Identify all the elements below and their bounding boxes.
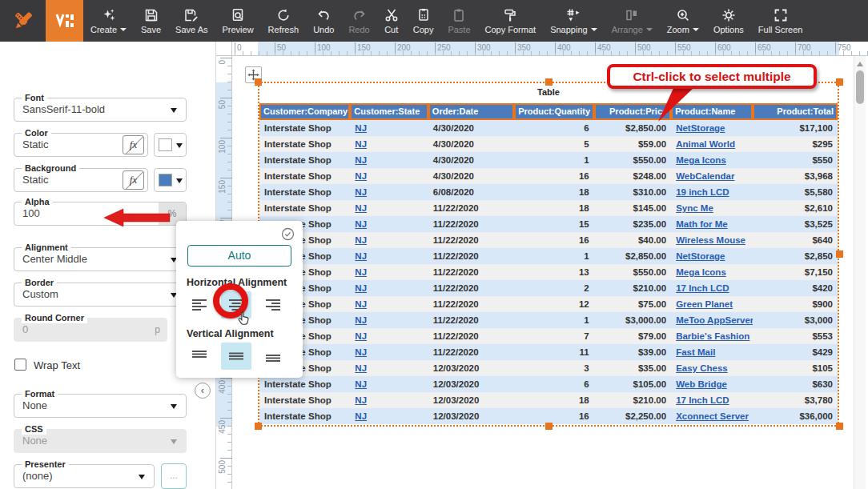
table-header-cell[interactable]: Customer:State (350, 103, 428, 120)
state-link[interactable]: NJ (355, 235, 367, 245)
align-middle-button[interactable] (221, 343, 251, 370)
table-row[interactable]: Interstate ShopNJ12/03/20203$35.00Easy C… (259, 360, 838, 376)
resize-handle-e[interactable] (836, 251, 843, 258)
state-link[interactable]: NJ (355, 267, 367, 277)
table-header-cell[interactable]: Product:Price (594, 103, 671, 120)
table-header-cell[interactable]: Customer:Company (259, 103, 350, 120)
state-link[interactable]: NJ (355, 283, 367, 293)
product-link[interactable]: 19 inch LCD (676, 187, 729, 197)
table-row[interactable]: Interstate ShopNJ6/08/202018$310.0019 in… (259, 184, 838, 200)
copy-button[interactable]: Copy (406, 0, 441, 42)
align-bottom-button[interactable] (258, 343, 288, 370)
scrollbar-thumb[interactable] (856, 70, 864, 104)
table-row[interactable]: Interstate ShopNJ11/22/202015$235.00Math… (259, 216, 838, 232)
table-row[interactable]: Interstate ShopNJ11/22/202012$75.00Green… (259, 296, 838, 312)
table-row[interactable]: Interstate ShopNJ11/22/202018$145.00Sync… (259, 200, 838, 216)
table-row[interactable]: Interstate ShopNJ11/22/20201$3,000.00MeT… (259, 312, 838, 328)
resize-handle-s[interactable] (545, 423, 553, 430)
expression-fx-icon[interactable]: fx (123, 170, 144, 190)
vertical-scrollbar[interactable] (854, 56, 866, 489)
table-row[interactable]: Interstate ShopNJ11/22/202013$550.00Mega… (259, 264, 838, 280)
collapse-panel-button[interactable]: ‹ (195, 383, 211, 399)
state-link[interactable]: NJ (355, 395, 367, 405)
scroll-up-arrow-icon[interactable] (857, 62, 863, 66)
state-link[interactable]: NJ (355, 331, 367, 341)
table-row[interactable]: Interstate ShopNJ11/22/202016$40.00Wirel… (259, 232, 838, 248)
create-button[interactable]: Create (83, 0, 134, 42)
state-link[interactable]: NJ (355, 363, 367, 373)
resize-handle-nw[interactable] (255, 78, 262, 86)
state-link[interactable]: NJ (355, 171, 367, 181)
state-link[interactable]: NJ (355, 203, 367, 213)
product-link[interactable]: Fast Mail (676, 347, 715, 357)
state-link[interactable]: NJ (355, 139, 367, 149)
product-link[interactable]: Web Bridge (676, 379, 727, 389)
wrap-text-checkbox[interactable] (14, 359, 26, 371)
resize-handle-sw[interactable] (255, 423, 262, 430)
options-button[interactable]: Options (706, 0, 751, 42)
cut-button[interactable]: Cut (377, 0, 406, 42)
background-field[interactable]: Background Static fx (14, 168, 148, 192)
format-field[interactable]: Format None (14, 394, 187, 418)
font-field[interactable]: Font SansSerif-11-bold (14, 98, 187, 122)
expression-fx-icon[interactable]: fx (123, 135, 144, 154)
table-row[interactable]: Interstate ShopNJ4/30/20201$550.00Mega I… (259, 152, 838, 168)
visualization-tab[interactable] (46, 0, 83, 42)
state-link[interactable]: NJ (355, 219, 367, 229)
color-swatch-dropdown[interactable] (154, 133, 187, 157)
table-row[interactable]: Interstate ShopNJ4/30/20205$59.00Animal … (259, 136, 838, 152)
border-field[interactable]: Border Custom (14, 283, 187, 307)
state-link[interactable]: NJ (355, 347, 367, 357)
product-link[interactable]: NetStorage (676, 123, 725, 133)
state-link[interactable]: NJ (355, 123, 367, 133)
resize-handle-ne[interactable] (836, 78, 843, 86)
preview-button[interactable]: Preview (215, 0, 260, 42)
resize-handle-n[interactable] (545, 78, 553, 86)
full-screen-button[interactable]: Full Screen (751, 0, 810, 42)
align-right-button[interactable] (258, 291, 288, 319)
product-link[interactable]: 17 Inch LCD (676, 283, 729, 293)
zoom-button[interactable]: Zoom (660, 0, 706, 42)
product-link[interactable]: Math for Me (676, 219, 728, 229)
product-link[interactable]: MeToo AppServer (676, 315, 752, 325)
refresh-button[interactable]: Refresh (261, 0, 307, 42)
product-link[interactable]: Green Planet (676, 299, 733, 309)
background-swatch-dropdown[interactable] (154, 168, 187, 192)
align-left-button[interactable] (184, 291, 215, 319)
product-link[interactable]: WebCalendar (676, 171, 734, 181)
product-link[interactable]: Wireless Mouse (676, 235, 745, 245)
product-link[interactable]: Barbie's Fashion (676, 331, 749, 341)
product-link[interactable]: Xconnect Server (676, 411, 749, 421)
table-row[interactable]: Interstate ShopNJ11/22/202011$39.00Fast … (259, 344, 838, 360)
product-link[interactable]: Sync Me (676, 203, 713, 213)
auto-button[interactable]: Auto (187, 245, 291, 267)
table-header-cell[interactable]: Product:Name (671, 103, 752, 120)
state-link[interactable]: NJ (355, 299, 367, 309)
table-row[interactable]: Interstate ShopNJ12/03/202018$210.0017 I… (259, 392, 838, 408)
presenter-field[interactable]: Presenter (none) (14, 464, 155, 488)
save-as-button[interactable]: Save As (168, 0, 215, 42)
table-row[interactable]: Interstate ShopNJ12/03/20206$105.00Web B… (259, 376, 838, 392)
confirm-check-icon[interactable] (281, 227, 295, 244)
product-link[interactable]: Mega Icons (676, 155, 726, 165)
table-row[interactable]: Interstate ShopNJ11/22/20202$210.0017 In… (259, 280, 838, 296)
table-row[interactable]: Interstate ShopNJ4/30/202016$248.00WebCa… (259, 168, 838, 184)
table-header-cell[interactable]: Product:Total (753, 103, 838, 120)
state-link[interactable]: NJ (355, 187, 367, 197)
product-link[interactable]: Easy Chess (676, 363, 728, 373)
table-selection-frame[interactable]: Table Customer:CompanyCustomer:StateOrde… (258, 82, 839, 427)
product-link[interactable]: 17 Inch LCD (676, 395, 729, 405)
save-button[interactable]: Save (134, 0, 168, 42)
table-row[interactable]: Interstate ShopNJ4/30/20206$2,850.00NetS… (259, 120, 838, 136)
resize-handle-se[interactable] (836, 423, 843, 430)
state-link[interactable]: NJ (355, 411, 367, 421)
table-row[interactable]: Interstate ShopNJ11/22/20207$79.00Barbie… (259, 328, 838, 344)
align-top-button[interactable] (184, 343, 215, 370)
state-link[interactable]: NJ (355, 251, 367, 261)
product-link[interactable]: NetStorage (676, 251, 725, 261)
table-row[interactable]: Interstate ShopNJ11/22/20201$2,850.00Net… (259, 248, 838, 264)
table-header-cell[interactable]: Order:Date (428, 103, 514, 120)
alignment-field[interactable]: Alignment Center Middle (14, 247, 187, 271)
alpha-field[interactable]: Alpha 100 % (14, 202, 187, 226)
product-link[interactable]: Mega Icons (676, 267, 726, 277)
